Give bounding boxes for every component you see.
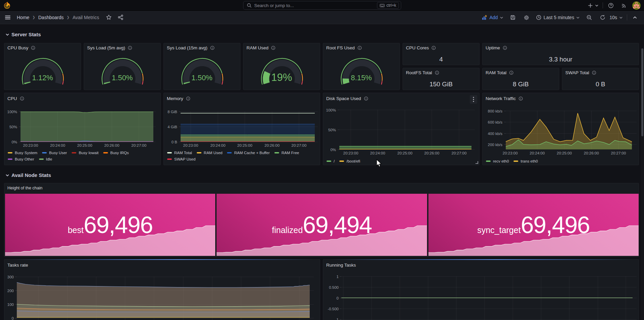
svg-graphic: [5, 173, 9, 177]
avatar-image: [632, 1, 641, 10]
legend-item[interactable]: RAM Total: [167, 151, 192, 155]
help-button[interactable]: [607, 0, 614, 11]
zoom-out-time-button[interactable]: [584, 13, 595, 21]
shape-rect: [485, 17, 486, 20]
chevron-down-icon: [500, 16, 503, 19]
legend-item[interactable]: SWAP Used: [167, 157, 195, 161]
shape-rect: [636, 7, 637, 8]
legend-item[interactable]: Busy User: [42, 151, 67, 155]
gauge-value: 19%: [243, 72, 320, 84]
legend-item[interactable]: /boot/efi: [339, 159, 360, 163]
refresh-button[interactable]: [597, 13, 606, 21]
add-panel-button[interactable]: Add: [480, 13, 505, 22]
scrollbar-thumb[interactable]: [641, 48, 643, 136]
bigstat-text: best69,496: [5, 212, 215, 238]
toolbar-divider: [627, 14, 627, 20]
panel-title[interactable]: RootFS Total: [406, 70, 439, 75]
chart-running: 10.5000-0.500-1: [323, 260, 639, 320]
shape-rect: [636, 6, 637, 7]
new-item-caret[interactable]: [594, 0, 600, 11]
section-avail-node-stats[interactable]: Avail Node Stats: [5, 172, 51, 178]
section-server-stats[interactable]: Server Stats: [5, 32, 41, 37]
collapse-toolbar-button[interactable]: [631, 14, 639, 21]
svg-graphic: [247, 3, 252, 8]
panel-title[interactable]: SWAP Total: [565, 70, 596, 75]
breadcrumb-home[interactable]: Home: [17, 15, 29, 20]
legend-item[interactable]: RAM Cache + Buffer: [227, 151, 270, 155]
legend-item[interactable]: trans eth0: [514, 159, 538, 163]
svg-graphic: [509, 71, 514, 75]
legend-item[interactable]: RAM Used: [197, 151, 223, 155]
axis-label: -0.500: [328, 307, 339, 311]
axis-label: 200 kb/s: [488, 143, 503, 147]
gridline: [250, 6, 252, 8]
legend-swatch: [39, 158, 44, 160]
info-icon[interactable]: [592, 71, 596, 75]
breadcrumb-dashboards[interactable]: Dashboards: [38, 15, 64, 20]
shape-path: [107, 15, 111, 19]
legend-label: Busy Iowait: [79, 151, 99, 155]
legend-item[interactable]: Busy IRQs: [103, 151, 129, 155]
legend-swatch: [167, 158, 172, 160]
share-dashboard-button[interactable]: [118, 14, 123, 20]
user-avatar[interactable]: [632, 0, 641, 11]
panel-stat-rootfs-total: RootFS Total150 GiB: [403, 68, 480, 90]
chevron-down-icon: [595, 4, 599, 7]
panel-title[interactable]: Uptime: [486, 45, 507, 50]
legend-item[interactable]: recv eth0: [486, 159, 509, 163]
legend-item[interactable]: Busy Other: [8, 157, 34, 161]
search-input[interactable]: Search or jump to... ctrl+k: [243, 1, 401, 10]
bigstat-label: best: [68, 225, 83, 235]
panel-title[interactable]: Height of the chain: [7, 186, 42, 190]
bigstat-best: best69,496: [5, 194, 215, 256]
legend-item[interactable]: Busy Iowait: [72, 151, 99, 155]
share-icon: [118, 14, 123, 20]
axis-label: 20:26:00: [424, 151, 440, 155]
scrollbar-track[interactable]: [641, 48, 644, 320]
info-icon[interactable]: [435, 71, 439, 75]
news-button[interactable]: [620, 0, 628, 11]
info-icon[interactable]: [509, 71, 514, 75]
stat-value: 0 B: [562, 81, 639, 88]
shape-circle: [473, 97, 474, 98]
shape-path: [596, 5, 598, 6]
panel-chart-memory: Memory8 GiB4 GiB0 B20:23:0020:24:0020:25…: [163, 93, 320, 165]
shape-circle: [594, 72, 594, 72]
time-range-picker[interactable]: Last 5 minutes: [535, 13, 581, 21]
shape-path: [27, 82, 28, 83]
axis-label: 20:27:00: [292, 143, 307, 147]
clock-icon: [536, 15, 541, 20]
panel-title[interactable]: RAM Total: [486, 70, 514, 75]
panel-menu-button[interactable]: [470, 95, 477, 104]
legend-item[interactable]: /: [327, 159, 335, 163]
favorite-dashboard-button[interactable]: [106, 14, 112, 20]
legend-row: Busy OtherIdle: [8, 157, 129, 161]
axis-label: 100: [7, 303, 14, 307]
new-item-button[interactable]: [586, 0, 594, 11]
bigstat-sync_target: sync_target69,496: [428, 194, 639, 256]
menu-toggle-button[interactable]: [4, 14, 11, 21]
dashboard-settings-button[interactable]: [521, 13, 532, 22]
gauge-rootfs-used: [323, 43, 400, 90]
grafana-logo-icon[interactable]: [3, 2, 11, 9]
legend-swatch: [327, 161, 331, 162]
breadcrumb-separator: ❯: [32, 15, 35, 19]
legend-item[interactable]: RAM Free: [274, 151, 299, 155]
info-icon[interactable]: [431, 46, 436, 50]
axis-label: 0: [337, 296, 339, 300]
legend-item[interactable]: Busy System: [8, 151, 37, 155]
refresh-interval-picker[interactable]: 10s: [609, 13, 623, 21]
panel-resize-handle[interactable]: [476, 161, 478, 164]
zoom-out-icon: [586, 15, 592, 20]
chevron-down-icon: [5, 33, 9, 37]
bigstat-text: finalized69,494: [217, 212, 427, 238]
panel-title[interactable]: CPU Cores: [406, 45, 436, 50]
panel-chart-running: Running Tasks10.5000-0.500-1: [323, 259, 639, 320]
legend-item[interactable]: Idle: [39, 157, 52, 161]
bigstat-text: sync_target69,496: [428, 212, 639, 238]
stat-value: 150 GiB: [403, 81, 479, 88]
save-dashboard-button[interactable]: [507, 13, 518, 21]
svg-graphic: [576, 16, 580, 19]
shape-path: [381, 5, 384, 6]
info-icon[interactable]: [503, 46, 507, 50]
